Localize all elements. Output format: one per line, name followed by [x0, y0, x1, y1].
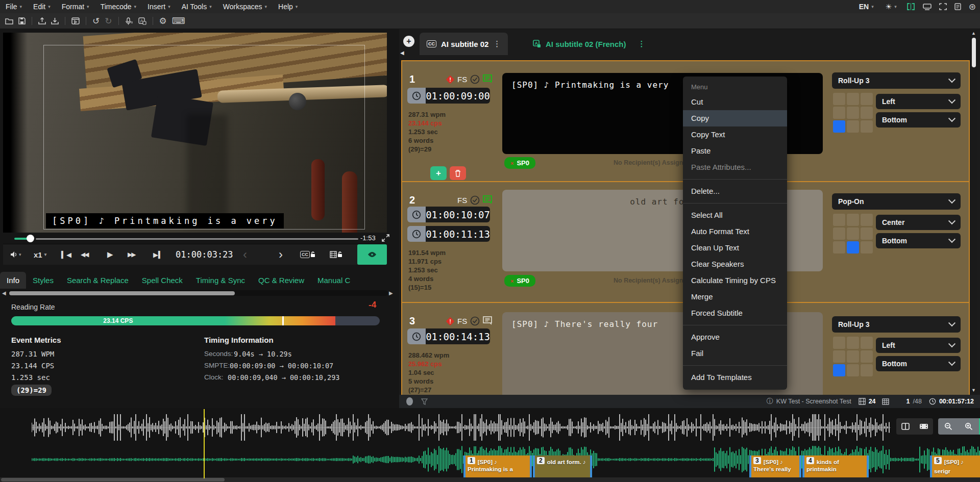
scroll-thumb[interactable]	[972, 38, 976, 67]
menu-item-paste[interactable]: Paste	[683, 143, 787, 159]
export-icon[interactable]	[51, 17, 59, 24]
tab-manual[interactable]: Manual C	[311, 272, 357, 289]
seek-thumb[interactable]	[27, 235, 34, 242]
track-tab-active[interactable]: CC AI subtitle 02 ⋮	[420, 33, 508, 55]
track-tab-french[interactable]: A AI subtitle 02 (French) ⋮	[526, 33, 653, 55]
rewind-button[interactable]: ◀◀	[81, 244, 88, 265]
approved-check-icon[interactable]	[470, 74, 480, 84]
film-strip-button[interactable]	[915, 418, 933, 435]
scroll-down-icon[interactable]: ▼	[971, 388, 976, 393]
timecode-in-field[interactable]: 01:00:10:07	[407, 207, 490, 222]
undo-icon[interactable]: ↺	[92, 16, 100, 27]
menu-item-add-to-templates[interactable]: Add To Templates	[683, 369, 787, 386]
menu-item-approve[interactable]: Approve	[683, 329, 787, 345]
tab-spell-check[interactable]: Spell Check	[135, 272, 189, 289]
prev-event-button[interactable]: ‹	[243, 244, 247, 265]
scroll-thumb[interactable]	[1, 478, 225, 481]
add-track-button[interactable]: +	[403, 36, 414, 47]
timeline-block-1[interactable]: 1[SP0] ♪ Printmaking is a	[463, 455, 532, 477]
menu-item-copy-text[interactable]: Copy Text	[683, 126, 787, 143]
menu-item-delete[interactable]: Delete...	[683, 183, 787, 199]
theme-toggle[interactable]: ☀▾	[884, 3, 899, 11]
filter-funnel-icon[interactable]	[421, 398, 428, 405]
speaker-chip[interactable]: ×SP0	[504, 157, 535, 169]
volume-icon[interactable]: ▾	[10, 244, 21, 265]
export-video-icon[interactable]	[71, 17, 80, 24]
seek-track[interactable]	[36, 238, 358, 240]
menu-ai-tools[interactable]: AI Tools▾	[176, 3, 217, 11]
menu-item-paste-attributes[interactable]: Paste Attributes...	[683, 159, 787, 175]
comment-icon[interactable]	[483, 195, 493, 205]
v-align-dropdown[interactable]: Bottom	[876, 356, 961, 371]
audio-waveform[interactable]	[32, 414, 891, 441]
menu-item-merge[interactable]: Merge	[683, 289, 787, 305]
remove-speaker-icon[interactable]: ×	[510, 160, 513, 166]
menu-timecode[interactable]: Timecode▾	[95, 3, 142, 11]
import-icon[interactable]	[38, 17, 46, 24]
comment-icon[interactable]	[483, 74, 493, 84]
menu-edit[interactable]: Edit▾	[28, 3, 56, 11]
format-dropdown[interactable]: Pop-On	[832, 193, 961, 210]
preview-eye-button[interactable]	[357, 244, 387, 265]
approved-check-icon[interactable]	[470, 316, 480, 326]
menu-insert[interactable]: Insert▾	[142, 3, 176, 11]
position-grid[interactable]	[833, 93, 873, 133]
keyboard-shortcuts-icon[interactable]: ⌨	[172, 15, 185, 27]
remove-speaker-icon[interactable]: ×	[510, 278, 513, 284]
timeline-scrollbar[interactable]	[0, 477, 980, 482]
tab-info[interactable]: Info	[0, 272, 26, 289]
release-notes-icon[interactable]	[954, 3, 961, 10]
save-icon[interactable]	[18, 17, 26, 24]
scroll-right-icon[interactable]: ▶	[389, 290, 393, 296]
redo-icon[interactable]: ↻	[105, 16, 112, 27]
menu-item-auto-format[interactable]: Auto Format Text	[683, 223, 787, 240]
menu-item-cut[interactable]: Cut	[683, 94, 787, 110]
timeline-block-3[interactable]: 3[SP0] ♪ There's really	[749, 455, 801, 477]
position-grid[interactable]	[833, 214, 873, 253]
cc-lock-toggle[interactable]: CC	[300, 244, 315, 265]
menu-item-select-all[interactable]: Select All	[683, 207, 787, 223]
menu-item-clear-speakers[interactable]: Clear Speakers	[683, 256, 787, 272]
v-align-dropdown[interactable]: Bottom	[876, 233, 961, 248]
menu-file[interactable]: File▾	[0, 3, 28, 11]
scroll-thumb[interactable]	[9, 291, 235, 295]
menu-format[interactable]: Format▾	[56, 3, 95, 11]
h-align-dropdown[interactable]: Left	[876, 94, 961, 109]
media-lock-toggle[interactable]	[330, 244, 342, 265]
skip-start-button[interactable]: ▍◀	[61, 244, 71, 265]
tab-qc-review[interactable]: QC & Review	[252, 272, 311, 289]
timeline-block-2[interactable]: 2old art form. ♪	[533, 455, 592, 477]
scroll-left-icon[interactable]: ◀	[2, 290, 6, 296]
kebab-icon[interactable]: ⋮	[638, 39, 646, 48]
fast-forward-button[interactable]: ▶▶	[128, 244, 135, 265]
help-wheel-icon[interactable]: ⊛	[969, 2, 976, 12]
timecode-in-field[interactable]: 01:00:09:00	[407, 88, 490, 104]
add-event-button[interactable]: +	[430, 166, 447, 180]
menu-workspaces[interactable]: Workspaces▾	[217, 3, 273, 11]
scroll-up-icon[interactable]: ▲	[971, 31, 976, 36]
tab-timing-sync[interactable]: Timing & Sync	[189, 272, 252, 289]
split-view-button[interactable]	[896, 418, 915, 435]
language-selector[interactable]: EN▾	[857, 3, 876, 11]
timeline-block-5[interactable]: 5[SP0] ♪ serigr	[930, 455, 980, 477]
zoom-in-button[interactable]	[959, 418, 979, 435]
tab-search-replace[interactable]: Search & Replace	[60, 272, 135, 289]
menu-item-fail[interactable]: Fail	[683, 345, 787, 362]
auto-translate-icon[interactable]: A	[138, 17, 146, 25]
dictation-mic-icon[interactable]	[125, 17, 133, 25]
settings-gear-icon[interactable]: ⚙	[159, 16, 167, 27]
expand-player-icon[interactable]	[382, 234, 389, 242]
skip-end-button[interactable]: ▶▍	[153, 244, 163, 265]
menu-item-calc-timing[interactable]: Calculate Timing by CPS	[683, 272, 787, 289]
playback-speed[interactable]: x1▾	[34, 244, 46, 265]
split-view-icon[interactable]	[906, 3, 915, 10]
speaker-chip[interactable]: ×SP0	[504, 275, 535, 287]
format-dropdown[interactable]: Roll-Up 3	[832, 72, 961, 89]
menu-item-forced-subtitle[interactable]: Forced Subtitle	[683, 305, 787, 321]
display-mode-icon[interactable]	[923, 4, 932, 10]
delete-event-button[interactable]	[450, 166, 466, 180]
h-align-dropdown[interactable]: Left	[876, 338, 961, 353]
zoom-out-button[interactable]	[938, 418, 959, 435]
open-project-icon[interactable]	[5, 18, 13, 24]
format-dropdown[interactable]: Roll-Up 3	[832, 316, 961, 333]
